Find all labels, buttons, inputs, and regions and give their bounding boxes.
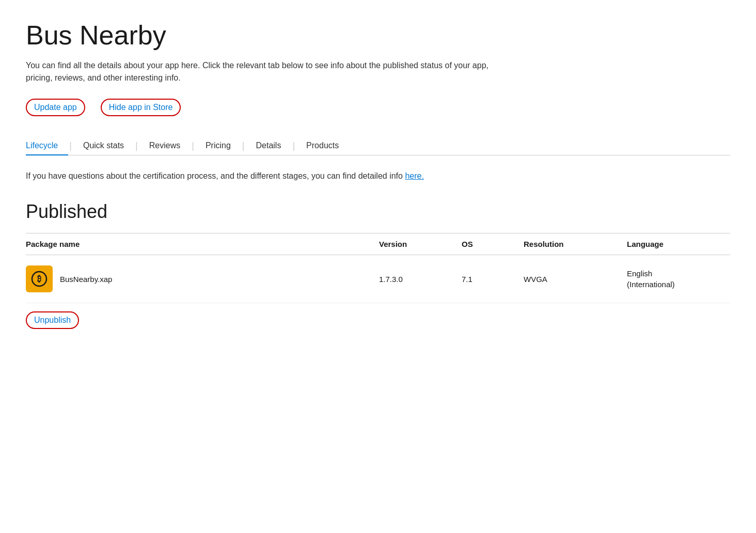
hide-app-button[interactable]: Hide app in Store [101,99,181,116]
app-title: Bus Nearby [26,21,730,50]
update-app-button[interactable]: Update app [26,99,85,116]
certification-info: If you have questions about the certific… [26,170,730,182]
unpublish-button[interactable]: Unpublish [26,311,79,329]
svg-text:₿: ₿ [37,274,41,283]
resolution-cell: WVGA [524,275,627,284]
col-version: Version [379,240,462,248]
certification-link[interactable]: here. [405,171,423,180]
tab-separator-1: | [69,140,72,151]
packages-table: Package name Version OS Resolution Langu… [26,233,730,303]
col-package-name: Package name [26,240,379,248]
content-area: If you have questions about the certific… [26,170,730,329]
package-cell: ₿ BusNearby.xap [26,265,379,292]
tab-quick-stats[interactable]: Quick stats [73,137,134,155]
tab-lifecycle[interactable]: Lifecycle [26,137,68,155]
version-cell: 1.7.3.0 [379,275,462,284]
col-os: OS [462,240,524,248]
tab-details[interactable]: Details [246,137,292,155]
app-description: You can find all the details about your … [26,59,491,84]
tab-reviews[interactable]: Reviews [139,137,191,155]
tabs-nav: Lifecycle | Quick stats | Reviews | Pric… [26,137,730,155]
table-row: ₿ BusNearby.xap 1.7.3.0 7.1 WVGA English… [26,255,730,303]
package-name-text: BusNearby.xap [60,275,112,284]
col-language: Language [627,240,730,248]
table-header: Package name Version OS Resolution Langu… [26,233,730,255]
tab-separator-5: | [292,140,295,151]
action-buttons: Update app Hide app in Store [26,99,730,116]
os-cell: 7.1 [462,275,524,284]
language-cell: English (International) [627,268,730,290]
app-icon: ₿ [26,265,53,292]
col-resolution: Resolution [524,240,627,248]
tab-products[interactable]: Products [296,137,349,155]
tab-separator-4: | [242,140,245,151]
tab-separator-2: | [135,140,138,151]
certification-text: If you have questions about the certific… [26,171,405,180]
published-section-title: Published [26,201,730,223]
tab-pricing[interactable]: Pricing [195,137,241,155]
tab-separator-3: | [192,140,194,151]
